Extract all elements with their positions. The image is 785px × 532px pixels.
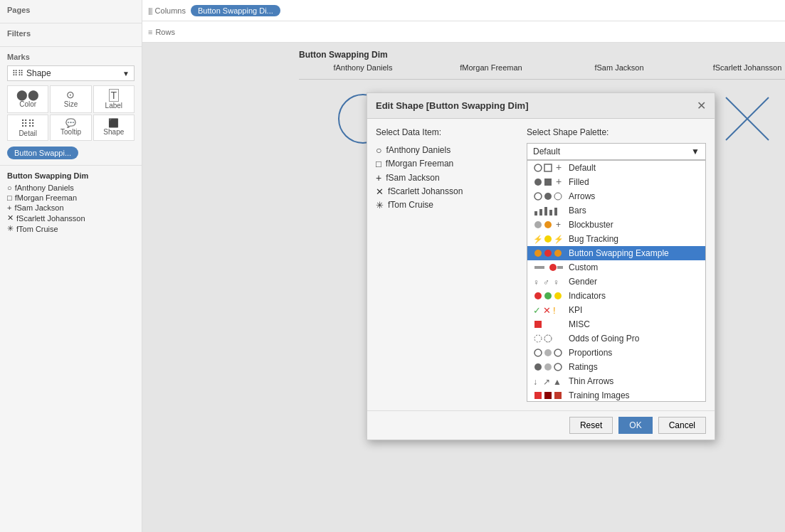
- cancel-button[interactable]: Cancel: [658, 417, 706, 434]
- filters-section: Filters: [0, 23, 142, 47]
- svg-point-21: [544, 221, 552, 228]
- palette-item-label-custom: Custom: [569, 262, 598, 272]
- palette-icons-trainingimages: [533, 390, 564, 400]
- data-item-2[interactable]: + fSam Jackson: [376, 171, 518, 185]
- svg-rect-17: [544, 207, 547, 216]
- svg-text:✕: ✕: [543, 305, 551, 315]
- kpi-icons-svg: ✓ ✕ !: [533, 305, 563, 315]
- color-button[interactable]: ⬤⬤ Color: [7, 85, 48, 113]
- data-item-3[interactable]: ✕ fScarlett Johansson: [376, 185, 518, 198]
- gender-icons-svg: ♀ ♂ ♀: [533, 277, 563, 287]
- palette-item-label-blockbuster: Blockbuster: [569, 220, 613, 230]
- reset-button[interactable]: Reset: [569, 417, 613, 434]
- svg-text:⚡: ⚡: [533, 234, 543, 244]
- palette-icons-custom: [533, 262, 564, 272]
- palette-item-default[interactable]: + Default: [527, 161, 705, 175]
- pages-label: Pages: [7, 6, 135, 14]
- svg-text:♂: ♂: [543, 277, 549, 287]
- svg-point-35: [534, 292, 542, 299]
- data-item-symbol-0: ○: [376, 144, 381, 156]
- palette-item-blockbuster[interactable]: + Blockbuster: [527, 218, 705, 232]
- palette-item-custom[interactable]: Custom: [527, 260, 705, 275]
- shape-button[interactable]: ⬛ Shape: [93, 115, 135, 141]
- palette-item-label-arrows: Arrows: [569, 191, 595, 201]
- palette-icons-misc: [533, 319, 564, 329]
- palette-icons-proportions: [533, 348, 564, 358]
- detail-icon: ⠿⠿: [21, 118, 35, 129]
- palette-item-odds[interactable]: Odds of Going Pro: [527, 331, 705, 346]
- palette-icons-bugtracking: ⚡ ⚡: [533, 234, 564, 244]
- palette-dropdown[interactable]: Default ▼: [527, 143, 706, 160]
- color-label: Color: [19, 100, 36, 108]
- dim-section: Button Swapping Dim ○ fAnthony Daniels □…: [0, 165, 142, 240]
- dim-label-2: fSam Jackson: [14, 203, 63, 212]
- columns-icon: |||: [148, 6, 152, 15]
- svg-text:+: +: [556, 163, 562, 173]
- ok-button[interactable]: OK: [618, 417, 652, 434]
- palette-item-label-trainingimages: Training Images: [569, 390, 630, 400]
- palette-item-kpi[interactable]: ✓ ✕ ! KPI: [527, 303, 705, 317]
- svg-text:+: +: [556, 220, 561, 230]
- modal-body: Select Data Item: ○ fAnthony Daniels □ f…: [367, 119, 715, 410]
- palette-item-label-proportions: Proportions: [569, 348, 612, 358]
- button-swap-pill[interactable]: Button Swappi...: [7, 147, 78, 159]
- palette-item-thinarrows[interactable]: ↓ ↗ ▲ Thin Arrows: [527, 374, 705, 388]
- palette-dropdown-arrow-icon: ▼: [691, 147, 700, 156]
- palette-item-ratings[interactable]: Ratings: [527, 360, 705, 374]
- columns-pill[interactable]: Button Swapping Di...: [191, 5, 280, 16]
- palette-icons-thinarrows: ↓ ↗ ▲: [533, 376, 564, 386]
- svg-point-6: [534, 164, 542, 171]
- palette-item-gender[interactable]: ♀ ♂ ♀ Gender: [527, 275, 705, 289]
- svg-rect-16: [539, 209, 542, 216]
- svg-point-27: [544, 250, 552, 257]
- detail-button[interactable]: ⠿⠿ Detail: [7, 115, 48, 141]
- modal-close-button[interactable]: ✕: [697, 99, 706, 112]
- palette-item-indicators[interactable]: Indicators: [527, 289, 705, 303]
- palette-icons-ratings: [533, 362, 564, 372]
- svg-point-47: [534, 363, 542, 371]
- columns-shelf: ||| Columns Button Swapping Di...: [142, 0, 785, 21]
- canvas-area: Button Swapping Dim fAnthony Daniels fMo…: [142, 43, 785, 532]
- palette-item-bars[interactable]: Bars: [527, 203, 705, 218]
- data-item-text-1: fMorgan Freeman: [386, 159, 453, 169]
- modal-header: Edit Shape [Button Swapping Dim] ✕: [367, 93, 715, 119]
- dim-label-0: fAnthony Daniels: [15, 183, 74, 192]
- shape-icon: ⬛: [108, 118, 119, 128]
- columns-text: Columns: [155, 6, 186, 15]
- palette-item-misc[interactable]: MISC: [527, 317, 705, 331]
- data-item-0[interactable]: ○ fAnthony Daniels: [376, 143, 518, 157]
- size-button[interactable]: ⊙ Size: [50, 85, 91, 113]
- label-button[interactable]: T Label: [93, 85, 135, 113]
- palette-item-buttonswap[interactable]: Button Swapping Example: [527, 246, 705, 260]
- palette-label: Select Shape Palette:: [527, 127, 706, 137]
- palette-icons-default: +: [533, 163, 564, 173]
- palette-item-arrows[interactable]: Arrows: [527, 189, 705, 203]
- palette-icons-kpi: ✓ ✕ !: [533, 305, 564, 315]
- palette-icons-buttonswap: [533, 248, 564, 258]
- tooltip-button[interactable]: 💬 Tooltip: [50, 115, 91, 141]
- data-item-text-4: fTom Cruise: [388, 200, 433, 210]
- dropdown-arrow-icon: ▼: [122, 70, 130, 78]
- palette-item-label-odds: Odds of Going Pro: [569, 334, 639, 344]
- blockbuster-icons-svg: +: [533, 220, 563, 230]
- palette-item-filled[interactable]: + Filled: [527, 175, 705, 189]
- palette-item-bugtracking[interactable]: ⚡ ⚡ Bug Tracking: [527, 232, 705, 246]
- palette-item-label-ratings: Ratings: [569, 362, 598, 372]
- data-item-symbol-4: ✳: [376, 200, 384, 211]
- svg-point-37: [554, 292, 562, 299]
- palette-item-label-misc: MISC: [569, 319, 590, 329]
- data-item-4[interactable]: ✳ fTom Cruise: [376, 198, 518, 212]
- palette-icons-odds: [533, 334, 564, 344]
- palette-item-label-filled: Filled: [569, 177, 589, 187]
- palette-item-proportions[interactable]: Proportions: [527, 346, 705, 360]
- marks-type-select[interactable]: ⠿⠿ Shape ▼: [7, 65, 135, 81]
- palette-icons-blockbuster: +: [533, 220, 564, 230]
- dim-symbol-0: ○: [7, 183, 12, 192]
- svg-text:↗: ↗: [543, 377, 550, 386]
- palette-item-label-gender: Gender: [569, 277, 597, 287]
- misc-icons-svg: [533, 319, 563, 329]
- size-icon: ⊙: [66, 89, 75, 100]
- svg-text:♀: ♀: [553, 277, 559, 287]
- palette-item-trainingimages[interactable]: Training Images: [527, 388, 705, 402]
- data-item-1[interactable]: □ fMorgan Freeman: [376, 157, 518, 171]
